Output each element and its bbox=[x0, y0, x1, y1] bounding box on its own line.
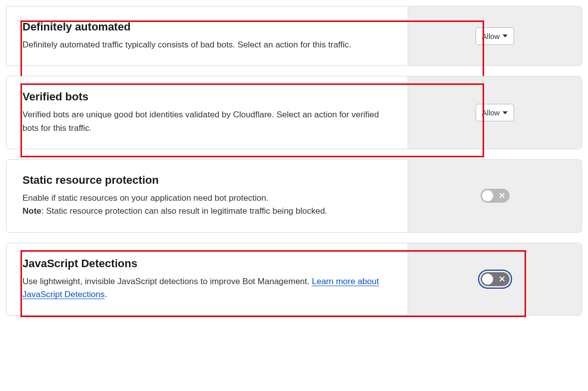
card-action-panel bbox=[408, 160, 582, 232]
card-static-resource-protection: Static resource protection Enable if sta… bbox=[6, 159, 582, 233]
card-javascript-detections: JavaScript Detections Use lightweight, i… bbox=[6, 243, 582, 316]
select-value: Allow bbox=[482, 32, 500, 40]
close-icon bbox=[500, 193, 505, 199]
desc-suffix: . bbox=[104, 290, 107, 299]
card-body: Static resource protection Enable if sta… bbox=[6, 160, 408, 232]
card-definitely-automated: Definitely automated Definitely automate… bbox=[6, 6, 582, 66]
toggle-thumb bbox=[482, 274, 493, 285]
chevron-down-icon bbox=[503, 111, 508, 114]
action-select-definitely-automated[interactable]: Allow bbox=[476, 27, 515, 45]
action-select-verified-bots[interactable]: Allow bbox=[476, 104, 515, 121]
close-icon bbox=[500, 276, 505, 283]
card-description: Verified bots are unique good bot identi… bbox=[22, 108, 392, 135]
select-value: Allow bbox=[482, 108, 500, 117]
card-body: Definitely automated Definitely automate… bbox=[6, 6, 408, 65]
desc-line1: Enable if static resources on your appli… bbox=[22, 193, 268, 203]
card-body: JavaScript Detections Use lightweight, i… bbox=[6, 243, 408, 316]
card-description: Use lightweight, invisible JavaScript de… bbox=[22, 275, 392, 302]
card-title: Static resource protection bbox=[22, 174, 392, 187]
card-description: Definitely automated traffic typically c… bbox=[22, 38, 392, 51]
desc-prefix: Use lightweight, invisible JavaScript de… bbox=[22, 277, 312, 286]
card-verified-bots: Verified bots Verified bots are unique g… bbox=[6, 76, 582, 149]
toggle-thumb bbox=[482, 190, 493, 201]
card-title: Verified bots bbox=[22, 90, 392, 103]
chevron-down-icon bbox=[503, 34, 508, 37]
card-action-panel bbox=[408, 243, 582, 316]
note-rest: : Static resource protection can also re… bbox=[41, 206, 327, 216]
card-action-panel: Allow bbox=[408, 6, 582, 65]
toggle-static-resource[interactable] bbox=[481, 189, 510, 203]
card-action-panel: Allow bbox=[408, 76, 582, 149]
note-label: Note bbox=[22, 206, 41, 216]
toggle-focus-ring bbox=[478, 270, 512, 289]
card-description: Enable if static resources on your appli… bbox=[22, 192, 392, 218]
card-title: Definitely automated bbox=[22, 20, 392, 33]
card-title: JavaScript Detections bbox=[22, 257, 392, 270]
toggle-javascript-detections[interactable] bbox=[481, 272, 510, 286]
card-body: Verified bots Verified bots are unique g… bbox=[6, 76, 408, 149]
